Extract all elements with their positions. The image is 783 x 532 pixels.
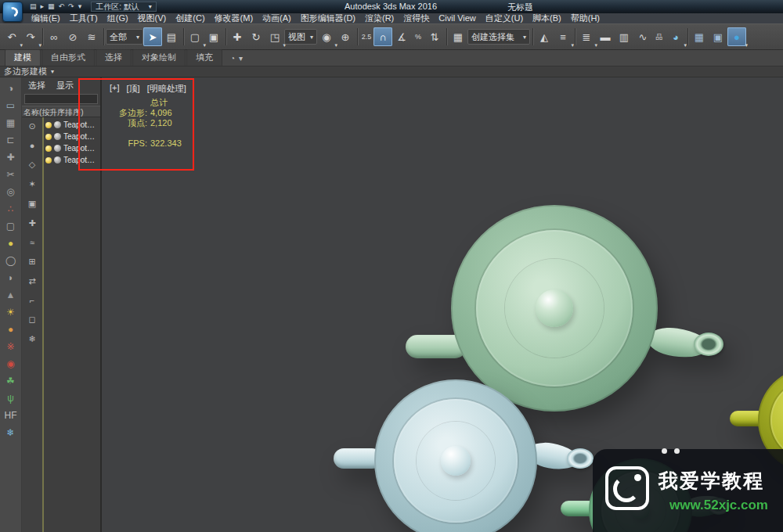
cone-tool-icon[interactable]: ▲ (6, 290, 16, 300)
viewport-label-segment[interactable]: [明暗处理] (147, 83, 186, 95)
named-selection-sets-dropdown[interactable]: 创建选择集 (467, 29, 530, 45)
sun-tool-icon[interactable]: ☀ (6, 307, 15, 317)
layer-manager-button[interactable]: ≣ (577, 27, 596, 46)
ribbon-tab[interactable]: 填充 (186, 49, 222, 66)
percent-snap-button[interactable]: % (411, 27, 425, 46)
box-tool-icon[interactable]: ▢ (6, 221, 15, 231)
render-production-button[interactable]: ● (727, 27, 746, 46)
spacewarps-filter-icon[interactable]: ≈ (30, 238, 34, 247)
menu-item[interactable]: 渲染(R) (360, 13, 399, 23)
redo-quick-button[interactable]: ↷ (68, 3, 74, 10)
viewport-label-segment[interactable]: [顶] (127, 83, 140, 95)
groups-filter-icon[interactable]: ⊞ (28, 257, 35, 267)
scissors-tool-icon[interactable]: ✂ (6, 170, 14, 179)
grass-tool-icon[interactable]: ψ (7, 394, 14, 403)
snap-precision-label[interactable]: 2.5 (359, 27, 373, 46)
viewport[interactable]: [+][顶][明暗处理] 总计 多边形: 4,096 顶点: 2,120 FPS… (102, 77, 783, 532)
unlink-button[interactable]: ⊘ (63, 27, 82, 46)
select-link-button[interactable]: ∞ (45, 27, 63, 46)
bind-to-spacewarp-button[interactable]: ≋ (82, 27, 101, 46)
ribbon-tab[interactable]: 自由形式 (41, 49, 95, 66)
cameras-filter-icon[interactable]: ▣ (28, 199, 36, 209)
frozen-filter-icon[interactable]: ❄ (28, 334, 35, 344)
molecules-tool-icon[interactable]: ※ (6, 342, 14, 351)
rendered-frame-window-button[interactable]: ▣ (709, 27, 727, 46)
open-file-button[interactable]: ▸ (41, 3, 45, 10)
new-scene-button[interactable]: ▤ (30, 3, 37, 10)
polygon-modeling-panel-button[interactable]: 多边形建模 ▾ (4, 66, 54, 77)
scene-explorer-toggle-button[interactable]: ▥ (615, 27, 633, 46)
menu-item[interactable]: 组(G) (103, 13, 133, 23)
menu-item[interactable]: 创建(C) (171, 13, 209, 23)
leaf-tool-icon[interactable]: ☘ (6, 376, 15, 386)
panel-tool-icon[interactable]: ▭ (6, 101, 15, 110)
menu-item[interactable]: 编辑(E) (27, 13, 65, 23)
ribbon-switch-icon[interactable]: ◔ (230, 54, 235, 63)
menu-item[interactable]: Civil View (434, 13, 480, 23)
viewport-label-segment[interactable]: [+] (110, 83, 120, 95)
align-button[interactable]: ≡ (554, 27, 572, 46)
pin-tool-icon[interactable]: ◉ (6, 359, 14, 368)
bones-filter-icon[interactable]: ⌐ (30, 296, 34, 305)
menu-item[interactable]: 脚本(B) (528, 13, 566, 23)
scene-explorer-search-input[interactable] (24, 94, 98, 104)
snaps-toggle-button[interactable]: ∩ (373, 27, 392, 46)
select-scale-button[interactable]: ◳ (265, 27, 284, 46)
undo-quick-button[interactable]: ↶ (59, 3, 65, 10)
display-all-filter-icon[interactable]: ⊙ (28, 121, 35, 131)
menu-item[interactable]: 自定义(U) (481, 13, 528, 23)
light-bulb-icon[interactable] (45, 134, 52, 140)
geometry-filter-icon[interactable]: ● (30, 141, 35, 150)
select-rotate-button[interactable]: ↻ (247, 27, 265, 46)
lights-filter-icon[interactable]: ✶ (28, 179, 35, 189)
select-object-button[interactable]: ➤ (143, 27, 162, 46)
schematic-view-button[interactable]: 品 (652, 27, 666, 46)
ribbon-minimize-icon[interactable]: ▾ (239, 54, 243, 63)
edit-named-sets-button[interactable]: ▦ (449, 27, 467, 46)
select-move-button[interactable]: ✚ (228, 27, 247, 46)
scene-object-row[interactable]: Teapot001 (44, 119, 100, 131)
scene-object-row[interactable]: Teapot004 (44, 154, 100, 166)
explorer-menu-item[interactable]: 显示 (56, 80, 74, 92)
menu-item[interactable]: 渲得快 (399, 13, 434, 23)
snow-tool-icon[interactable]: ❄ (6, 428, 14, 437)
menu-item[interactable]: 工具(T) (65, 13, 103, 23)
helpers-filter-icon[interactable]: ✚ (28, 218, 35, 228)
mirror-button[interactable]: ◭ (535, 27, 554, 46)
yellow-sphere-tool-icon[interactable]: ● (8, 239, 13, 248)
select-manipulate-button[interactable]: ⊕ (336, 27, 355, 46)
menu-item[interactable]: 动画(A) (258, 13, 296, 23)
select-by-name-button[interactable]: ▤ (162, 27, 181, 46)
angle-snap-button[interactable]: ∡ (392, 27, 411, 46)
containers-filter-icon[interactable]: ◻ (28, 315, 35, 325)
quick-access-menu-button[interactable]: ▾ (78, 3, 82, 10)
hf-tool-icon[interactable]: HF (5, 411, 17, 420)
render-setup-button[interactable]: ▦ (690, 27, 709, 46)
scene-object-row[interactable]: Teapot002 (44, 131, 100, 142)
menu-item[interactable]: 图形编辑器(D) (296, 13, 360, 23)
ribbon-toggle-button[interactable]: ▬ (596, 27, 615, 46)
scene-object-row[interactable]: Teapot003 (44, 142, 100, 154)
light-bulb-icon[interactable] (45, 157, 52, 164)
undo-button[interactable]: ↶ (2, 27, 21, 46)
curve-editor-button[interactable]: ∿ (633, 27, 652, 46)
light-bulb-icon[interactable] (45, 122, 52, 128)
clamp-tool-icon[interactable]: ⊏ (6, 135, 14, 145)
menu-item[interactable]: 帮助(H) (566, 13, 604, 23)
window-crossing-button[interactable]: ▣ (204, 27, 223, 46)
shapes-filter-icon[interactable]: ◇ (29, 160, 35, 170)
cross-tool-icon[interactable]: ✚ (6, 153, 14, 162)
selection-region-button[interactable]: ▢ (186, 27, 204, 46)
spinner-snap-button[interactable]: ⇅ (425, 27, 444, 46)
selection-filter-dropdown[interactable]: 全部 (106, 29, 143, 45)
teapot-tool-icon[interactable]: ◗ (8, 273, 13, 282)
save-file-button[interactable]: ▦ (48, 3, 55, 10)
workspace-dropdown[interactable]: 工作区: 默认 ▾ (91, 2, 157, 12)
explorer-column-header[interactable]: 名称(按升序排序) (22, 106, 100, 117)
particles-tool-icon[interactable]: ∴ (8, 204, 14, 214)
sphere-tool-icon[interactable]: ◑ (8, 84, 13, 93)
light-bulb-icon[interactable] (45, 146, 52, 152)
ribbon-tab[interactable]: 建模 (5, 49, 41, 66)
explorer-menu-item[interactable]: 选择 (28, 80, 45, 92)
orange-sphere-tool-icon[interactable]: ● (8, 325, 13, 334)
